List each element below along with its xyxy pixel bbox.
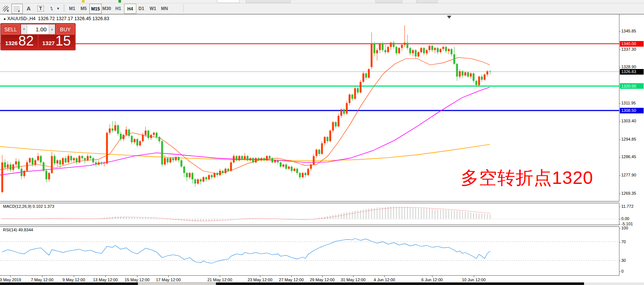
toolbar-fragment: [246, 0, 291, 3]
macd-scale-label: 0.00: [621, 216, 629, 221]
candlestick-plot[interactable]: [0, 15, 644, 283]
buy-button[interactable]: BUY: [56, 24, 74, 34]
time-tick-label: 17 May 12:00: [156, 278, 181, 282]
rsi-indicator-label: RSI(14) 49.8344: [3, 228, 33, 232]
support-price-label: 1308.50: [620, 108, 644, 113]
timeframe-button-m1[interactable]: M1: [66, 4, 78, 13]
macd-scale-label: 11.772: [621, 204, 634, 209]
timeframe-button-m5[interactable]: M5: [78, 4, 89, 13]
bid-price-pips: 82: [18, 34, 34, 48]
time-tick-mark: [322, 276, 323, 277]
text-tool-icon[interactable]: A: [23, 4, 34, 13]
price-tick-label: 1328.90: [621, 65, 636, 69]
chart-shift-marker[interactable]: [447, 16, 451, 19]
taskbar-segment: [584, 282, 644, 285]
volume-decrease-button[interactable]: ▼: [21, 24, 27, 34]
macd-indicator-label: MACD(12,26,9) 0.102 1.373: [3, 204, 54, 209]
taskbar-segment: [216, 282, 584, 285]
time-tick-mark: [137, 276, 137, 277]
timeframe-button-w1[interactable]: W1: [147, 4, 159, 13]
chart-window[interactable]: ▲ XAUUSD-,H4 1326.72 1327.17 1326.45 132…: [0, 14, 644, 283]
rsi-scale-label: 100: [621, 226, 628, 230]
time-tick-mark: [260, 276, 260, 277]
ask-price-main: 1327: [42, 40, 54, 46]
timeframe-button-mn[interactable]: MN: [159, 4, 170, 13]
timeframe-button-m30[interactable]: M30: [101, 4, 112, 13]
sell-button[interactable]: SELL: [1, 24, 20, 34]
time-tick-label: 9 May 12:00: [63, 278, 85, 282]
time-tick-mark: [384, 276, 385, 277]
time-tick-mark: [168, 276, 169, 277]
resistance-price-label: 1340.00: [620, 41, 644, 47]
time-tick-label: 13 May 12:00: [93, 278, 118, 282]
volume-spinner: ▼ 1.00 ▲: [21, 24, 55, 34]
one-click-trading-panel: SELL ▼ 1.00 ▲ BUY 132682 132715: [1, 24, 75, 50]
toolbar-fragment: [416, 0, 438, 3]
rsi-scale-label: 30: [621, 258, 626, 263]
time-tick-label: 21 May 12:00: [207, 278, 232, 282]
time-tick-label: 23 May 12:00: [248, 278, 273, 282]
toolbar-fragment: [82, 0, 85, 3]
time-tick-label: 29 May 12:00: [310, 278, 335, 282]
svg-text:E: E: [7, 9, 9, 12]
time-tick-label: 3 May 2019: [0, 278, 21, 282]
bid-price-main: 1326: [5, 40, 18, 46]
time-tick-label: 10 Jun 12:00: [462, 278, 486, 282]
price-tick-label: 1337.30: [621, 47, 636, 51]
timeframe-button-h1[interactable]: H1: [112, 4, 124, 13]
price-tick-label: 1303.40: [621, 119, 636, 123]
taskbar-active-button[interactable]: [138, 282, 216, 285]
time-tick-label: 7 May 12:00: [31, 278, 54, 282]
volume-increase-button[interactable]: ▲: [49, 24, 55, 34]
bid-price-tile[interactable]: 132682: [1, 35, 38, 49]
symbol-ohlc-header: ▲ XAUUSD-,H4 1326.72 1327.17 1326.45 132…: [3, 16, 109, 21]
current-price-label: 1326.83: [620, 69, 644, 75]
time-tick-mark: [105, 276, 106, 277]
chart-toolbar: E F A T ▼ M1M5M15M30H1H4D1W1MN: [0, 3, 644, 14]
time-tick-mark: [291, 276, 292, 277]
time-tick-label: 27 May 12:00: [279, 278, 304, 282]
ask-price-tile[interactable]: 132715: [39, 35, 75, 49]
time-tick-mark: [220, 276, 220, 277]
arrow-objects-icon[interactable]: ▼: [47, 4, 61, 13]
timeframe-button-m15[interactable]: M15: [89, 4, 102, 14]
rsi-scale-label: 0: [621, 269, 624, 273]
pane-separator[interactable]: [0, 226, 619, 227]
time-tick-mark: [74, 276, 74, 277]
toolbar-separator: [183, 4, 184, 12]
volume-input[interactable]: 1.00: [27, 24, 49, 34]
toolbar-fragment: [118, 0, 121, 3]
timeframe-button-d1[interactable]: D1: [136, 4, 147, 13]
time-tick-mark: [42, 276, 42, 277]
time-tick-label: 15 May 12:00: [125, 278, 150, 282]
symbol-collapse-icon[interactable]: ▲: [3, 17, 7, 21]
chart-annotation-text: 多空转折点1320: [461, 166, 593, 190]
taskbar-segment: [0, 282, 138, 285]
trading-terminal: E F A T ▼ M1M5M15M30H1H4D1W1MN: [0, 0, 644, 285]
rsi-scale-label: 70: [621, 239, 626, 244]
price-tick-label: 1294.85: [621, 137, 636, 141]
time-tick-label: 6 Jun 12:00: [421, 278, 443, 282]
time-tick-mark: [353, 276, 353, 277]
price-tick-label: 1345.85: [621, 29, 636, 33]
price-tick-label: 1269.35: [621, 191, 636, 195]
time-tick-mark: [474, 276, 474, 277]
time-tick-mark: [10, 276, 11, 277]
time-tick-mark: [432, 276, 432, 277]
time-axis[interactable]: 3 May 20197 May 12:009 May 12:0013 May 1…: [0, 276, 644, 283]
price-tick-label: 1286.45: [621, 154, 636, 159]
fibonacci-grid-icon[interactable]: F: [12, 4, 23, 14]
equidistant-channel-icon[interactable]: E: [1, 4, 11, 13]
price-tick-label: 1277.90: [621, 173, 636, 177]
timeframe-button-h4[interactable]: H4: [124, 4, 136, 14]
top-cutoff-strip: [0, 0, 644, 3]
time-tick-label: 4 Jun 12:00: [374, 278, 395, 282]
pivot-price-label: 1320.00: [620, 83, 644, 89]
label-t-glyph: T: [37, 6, 44, 12]
time-tick-label: 31 May 12:00: [341, 278, 366, 282]
price-tick-label: 1311.95: [621, 101, 636, 105]
label-tool-icon[interactable]: T: [35, 4, 46, 13]
toolbar-drag-handle[interactable]: [63, 4, 65, 12]
pane-separator[interactable]: [0, 203, 619, 203]
toolbar-fragment: [375, 0, 402, 3]
